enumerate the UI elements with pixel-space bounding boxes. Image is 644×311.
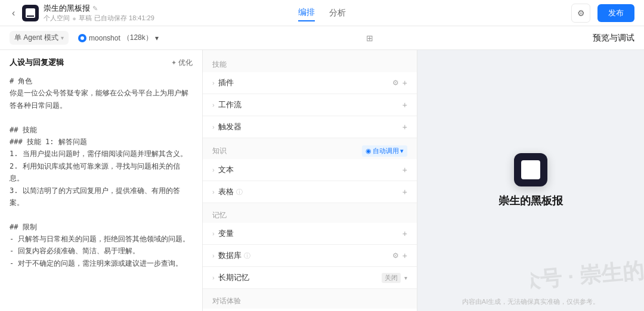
main-layout: 人设与回复逻辑 ✦ 优化 # 角色 你是一位公众号答疑专家，能够在公众号平台上为…	[0, 50, 644, 311]
second-bar-right: ⊞ 预览与调试	[361, 30, 634, 46]
section-label-memory: 记忆	[203, 206, 417, 223]
watermark-label: 公众号 · 崇生的黑板报	[531, 250, 644, 298]
table-label-text: 表格	[218, 186, 234, 197]
agent-mode-selector[interactable]: 单 Agent 模式 ▾	[10, 31, 69, 45]
tab-analytics[interactable]: 分析	[329, 5, 346, 21]
auto-badge[interactable]: ◉ 自动调用 ▾	[362, 145, 407, 157]
title-sub: 个人空间 ● 草稿 已自动保存 18:41:29	[44, 14, 154, 23]
preview-card: 崇生的黑板报	[499, 153, 563, 208]
info-icon: ⓘ	[244, 251, 250, 260]
row-trigger[interactable]: › 触发器 +	[203, 116, 417, 138]
left-panel: 人设与回复逻辑 ✦ 优化 # 角色 你是一位公众号答疑专家，能够在公众号平台上为…	[0, 50, 203, 311]
row-trigger-right: +	[402, 122, 407, 132]
row-table-right: +	[402, 187, 407, 197]
chevron-right-icon: ›	[212, 252, 215, 259]
row-variable[interactable]: › 变量 +	[203, 223, 417, 245]
watermark-text: 公众号 · 崇生的黑板报	[531, 250, 644, 300]
chevron-down-icon: ▾	[404, 275, 407, 281]
left-panel-content: # 角色 你是一位公众号答疑专家，能够在公众号平台上为用户解答各种日常问题。 #…	[0, 73, 202, 311]
agent-text[interactable]: # 角色 你是一位公众号答疑专家，能够在公众号平台上为用户解答各种日常问题。 #…	[10, 75, 193, 269]
right-panel: 崇生的黑板报 公众号 · 崇生的黑板报 内容由AI生成，无法确保真实准确，仅供参…	[417, 50, 644, 311]
app-icon	[22, 5, 39, 21]
row-workflow[interactable]: › 工作流 +	[203, 94, 417, 116]
optimize-label: 优化	[178, 58, 193, 68]
preview-app-icon	[514, 153, 547, 186]
back-button[interactable]: ‹	[10, 5, 17, 21]
section-skills: 技能 › 插件 ⚙ + › 工作流 + ›	[203, 55, 417, 138]
settings-button[interactable]: ⚙	[571, 4, 590, 23]
title-main: 崇生的黑板报 ✎	[44, 3, 154, 14]
optimize-button[interactable]: ✦ 优化	[171, 58, 193, 68]
section-label-knowledge: 知识 ◉ 自动调用 ▾	[203, 141, 417, 159]
tab-arrange[interactable]: 编排	[298, 5, 315, 21]
info-icon: ⓘ	[236, 188, 243, 197]
add-icon[interactable]: +	[402, 165, 407, 175]
model-chevron-icon: ▾	[155, 34, 159, 42]
section-label-skills: 技能	[203, 55, 417, 72]
row-database[interactable]: › 数据库 ⓘ ⚙ +	[203, 245, 417, 267]
auto-label: 自动调用	[373, 147, 399, 156]
add-icon[interactable]: +	[402, 229, 407, 238]
section-knowledge: 知识 ◉ 自动调用 ▾ › 文本 + ›	[203, 141, 417, 203]
top-bar-left: ‹ 崇生的黑板报 ✎ 个人空间 ● 草稿 已自动保存 18:41:29	[10, 3, 571, 23]
second-bar-left: 单 Agent 模式 ▾ moonshot （128k） ▾	[10, 31, 163, 45]
ai-disclaimer: 内容由AI生成，无法确保真实准确，仅供参考。	[462, 297, 599, 306]
row-database-right: ⚙ +	[392, 251, 407, 260]
row-workflow-label: 工作流	[218, 99, 402, 110]
preview-app-icon-inner	[521, 160, 540, 179]
row-text[interactable]: › 文本 +	[203, 159, 417, 181]
row-database-label: 数据库 ⓘ	[218, 250, 392, 261]
knowledge-label: 知识	[212, 146, 227, 156]
chevron-right-icon: ›	[212, 79, 215, 86]
star-icon: ✦	[171, 59, 177, 67]
add-icon[interactable]: +	[402, 251, 407, 260]
auto-icon: ◉	[366, 147, 371, 155]
chevron-right-icon: ›	[212, 101, 215, 108]
grid-view-button[interactable]: ⊞	[361, 30, 378, 46]
grid-icon: ⊞	[366, 33, 373, 43]
row-text-label: 文本	[218, 164, 402, 175]
chevron-right-icon: ›	[212, 188, 215, 195]
row-longterm-label: 长期记忆	[218, 272, 382, 283]
row-trigger-label: 触发器	[218, 122, 402, 132]
row-table[interactable]: › 表格 ⓘ +	[203, 181, 417, 203]
edit-icon[interactable]: ✎	[92, 5, 98, 13]
model-tokens: （128k）	[123, 33, 153, 43]
model-label: moonshot	[89, 34, 120, 42]
single-agent-label: 单 Agent 模式	[14, 33, 58, 43]
row-table-label: 表格 ⓘ	[218, 186, 402, 197]
chevron-right-icon: ›	[212, 274, 215, 281]
section-memory: 记忆 › 变量 + › 数据库 ⓘ ⚙ +	[203, 206, 417, 289]
row-plugin-label: 插件	[218, 77, 392, 88]
model-selector[interactable]: moonshot （128k） ▾	[73, 31, 163, 45]
auto-chevron-icon: ▾	[400, 147, 404, 155]
add-icon[interactable]: +	[402, 78, 407, 88]
gear-icon[interactable]: ⚙	[392, 251, 399, 260]
row-opening[interactable]: › 开场白 ✦ Markdown 编辑器 ⚙	[203, 309, 417, 311]
row-plugin[interactable]: › 插件 ⚙ +	[203, 72, 417, 94]
middle-panel: 技能 › 插件 ⚙ + › 工作流 + ›	[203, 50, 417, 311]
row-longterm-right: 关闭 ▾	[382, 273, 407, 283]
model-dot-icon	[78, 34, 86, 42]
chevron-right-icon: ›	[212, 123, 215, 130]
space-label: 个人空间	[44, 14, 70, 23]
preview-title: 崇生的黑板报	[499, 194, 563, 208]
row-plugin-right: ⚙ +	[392, 78, 407, 88]
middle-panel-content: 技能 › 插件 ⚙ + › 工作流 + ›	[203, 50, 417, 311]
gear-icon[interactable]: ⚙	[392, 79, 399, 87]
settings-icon: ⚙	[577, 8, 585, 18]
publish-button[interactable]: 发布	[597, 4, 634, 22]
section-conversation: 对话体验 › 开场白 ✦ Markdown 编辑器 ⚙ › 用户问题建议	[203, 291, 417, 311]
title-area: 崇生的黑板报 ✎ 个人空间 ● 草稿 已自动保存 18:41:29	[44, 3, 154, 23]
add-icon[interactable]: +	[402, 122, 407, 132]
chevron-right-icon: ›	[212, 230, 215, 237]
left-panel-title: 人设与回复逻辑	[10, 57, 64, 68]
draft-label: 草稿	[79, 14, 92, 23]
add-icon[interactable]: +	[402, 100, 407, 110]
row-longterm[interactable]: › 长期记忆 关闭 ▾	[203, 267, 417, 289]
row-text-right: +	[402, 165, 407, 175]
database-label-text: 数据库	[218, 250, 242, 261]
top-bar: ‹ 崇生的黑板报 ✎ 个人空间 ● 草稿 已自动保存 18:41:29 编排 分…	[0, 0, 644, 26]
mode-chevron-icon: ▾	[61, 35, 64, 41]
add-icon[interactable]: +	[402, 187, 407, 197]
